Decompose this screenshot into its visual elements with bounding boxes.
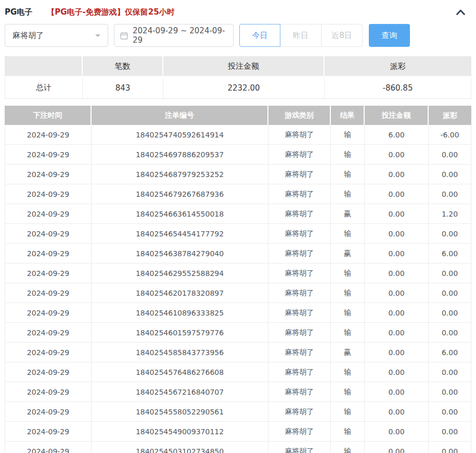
cell-payout: 0.00 — [429, 145, 471, 165]
cell-bet-date: 2024-09-29 — [5, 263, 92, 283]
cell-game-type: 麻将胡了 — [268, 422, 331, 442]
query-button[interactable]: 查询 — [369, 24, 410, 47]
cell-result: 输 — [331, 362, 365, 382]
cell-bet-id: 1840254585843773956 — [92, 343, 268, 362]
cell-bet-amount: 0.00 — [365, 442, 429, 453]
cell-bet-date: 2024-09-29 — [5, 145, 92, 165]
game-select-value: 麻将胡了 — [12, 31, 44, 41]
table-row: 2024-09-291840254610896333825麻将胡了输0.000.… — [5, 303, 471, 323]
cell-bet-date: 2024-09-29 — [5, 323, 92, 343]
quick-range-last-8-days[interactable]: 近8日 — [321, 24, 363, 47]
cell-game-type: 麻将胡了 — [268, 244, 331, 263]
cell-bet-id: 1840254687979253252 — [92, 165, 268, 184]
cell-payout: -6.00 — [429, 125, 471, 145]
cell-bet-amount: 0.00 — [365, 362, 429, 382]
cell-bet-date: 2024-09-29 — [5, 283, 92, 303]
cell-result: 输 — [331, 303, 365, 323]
cell-payout: 6.00 — [429, 244, 471, 263]
cell-bet-id: 1840254740592614914 — [92, 125, 268, 145]
cell-payout: 0.00 — [429, 362, 471, 382]
pg-report-panel: PG电子 【PG电子-免费游戏】仅保留25小时 麻将胡了 2024-09-29 … — [0, 0, 476, 453]
table-row: 2024-09-291840254567216840707麻将胡了输0.000.… — [5, 382, 471, 402]
table-row: 2024-09-291840254601597579776麻将胡了输0.000.… — [5, 323, 471, 343]
cell-bet-date: 2024-09-29 — [5, 224, 92, 244]
cell-bet-amount: 0.00 — [365, 422, 429, 442]
date-range-value: 2024-09-29 ~ 2024-09-29 — [133, 26, 227, 45]
cell-result: 输 — [331, 323, 365, 343]
cell-payout: 0.00 — [429, 224, 471, 244]
summary-header-3: 派彩 — [325, 56, 471, 77]
cell-bet-amount: 0.00 — [365, 145, 429, 165]
cell-result: 输 — [331, 125, 365, 145]
cell-bet-amount: 0.00 — [365, 402, 429, 422]
bets-table: 下注时间注单编号游戏类别结果投注金额派彩 2024-09-29184025474… — [5, 106, 471, 453]
table-row: 2024-09-291840254740592614914麻将胡了输6.00-6… — [5, 125, 471, 145]
cell-payout: 0.00 — [429, 402, 471, 422]
page-title: PG电子 — [5, 7, 32, 17]
cell-bet-date: 2024-09-29 — [5, 362, 92, 382]
cell-payout: 0.00 — [429, 263, 471, 283]
summary-header-1: 笔数 — [83, 56, 163, 77]
cell-game-type: 麻将胡了 — [268, 402, 331, 422]
cell-bet-date: 2024-09-29 — [5, 442, 92, 453]
summary-header-2: 投注金额 — [163, 56, 325, 77]
cell-result: 赢 — [331, 343, 365, 362]
cell-bet-amount: 0.00 — [365, 204, 429, 224]
cell-result: 输 — [331, 224, 365, 244]
cell-bet-id: 1840254620178320897 — [92, 283, 268, 303]
table-row: 2024-09-291840254549009370112麻将胡了输0.000.… — [5, 422, 471, 442]
cell-bet-id: 1840254549009370112 — [92, 422, 268, 442]
cell-result: 输 — [331, 165, 365, 184]
table-row: 2024-09-291840254679267687936麻将胡了输0.000.… — [5, 184, 471, 204]
cell-bet-id: 1840254629552588294 — [92, 263, 268, 283]
summary-table: 笔数投注金额派彩 总计8432232.00-860.85 — [5, 56, 471, 99]
caret-down-icon — [95, 34, 100, 40]
bets-header-1: 注单编号 — [92, 106, 268, 125]
table-row: 2024-09-291840254638784279040麻将胡了赢0.006.… — [5, 244, 471, 263]
calendar-icon — [120, 32, 128, 40]
bets-table-body: 2024-09-291840254740592614914麻将胡了输6.00-6… — [5, 125, 471, 453]
cell-bet-id: 1840254663614550018 — [92, 204, 268, 224]
cell-bet-date: 2024-09-29 — [5, 402, 92, 422]
cell-game-type: 麻将胡了 — [268, 184, 331, 204]
game-select[interactable]: 麻将胡了 — [5, 24, 108, 47]
table-row: 2024-09-291840254620178320897麻将胡了输0.000.… — [5, 283, 471, 303]
cell-bet-id: 1840254679267687936 — [92, 184, 268, 204]
cell-game-type: 麻将胡了 — [268, 125, 331, 145]
bets-header-row: 下注时间注单编号游戏类别结果投注金额派彩 — [5, 106, 471, 125]
cell-bet-id: 1840254558052290561 — [92, 402, 268, 422]
cell-game-type: 麻将胡了 — [268, 165, 331, 184]
cell-result: 输 — [331, 402, 365, 422]
cell-game-type: 麻将胡了 — [268, 343, 331, 362]
cell-game-type: 麻将胡了 — [268, 204, 331, 224]
cell-payout: 0.00 — [429, 422, 471, 442]
cell-game-type: 麻将胡了 — [268, 362, 331, 382]
bets-header-3: 结果 — [331, 106, 365, 125]
cell-bet-id: 1840254697886209537 — [92, 145, 268, 165]
cell-payout: 0.00 — [429, 323, 471, 343]
table-row: 2024-09-291840254585843773956麻将胡了赢0.006.… — [5, 343, 471, 362]
notice-text: 【PG电子-免费游戏】仅保留25小时 — [47, 7, 174, 17]
table-row: 2024-09-291840254687979253252麻将胡了输0.000.… — [5, 165, 471, 184]
cell-result: 赢 — [331, 244, 365, 263]
chevron-up-icon[interactable] — [456, 9, 465, 15]
cell-bet-amount: 0.00 — [365, 224, 429, 244]
cell-payout: 0.00 — [429, 184, 471, 204]
cell-bet-amount: 0.00 — [365, 303, 429, 323]
cell-bet-date: 2024-09-29 — [5, 204, 92, 224]
summary-header-row: 笔数投注金额派彩 — [5, 56, 471, 77]
quick-range-yesterday[interactable]: 昨日 — [280, 24, 321, 47]
cell-bet-date: 2024-09-29 — [5, 165, 92, 184]
cell-payout: 0.00 — [429, 442, 471, 453]
cell-bet-id: 1840254654454177792 — [92, 224, 268, 244]
panel-header: PG电子 【PG电子-免费游戏】仅保留25小时 — [5, 0, 471, 22]
cell-payout: 1.20 — [429, 204, 471, 224]
quick-range-today[interactable]: 今日 — [239, 24, 280, 47]
cell-bet-id: 1840254610896333825 — [92, 303, 268, 323]
date-range-input[interactable]: 2024-09-29 ~ 2024-09-29 — [114, 24, 234, 47]
summary-total-count: 843 — [83, 77, 163, 99]
summary-total-row: 总计8432232.00-860.85 — [5, 77, 471, 99]
cell-bet-id: 1840254638784279040 — [92, 244, 268, 263]
cell-game-type: 麻将胡了 — [268, 303, 331, 323]
cell-game-type: 麻将胡了 — [268, 442, 331, 453]
